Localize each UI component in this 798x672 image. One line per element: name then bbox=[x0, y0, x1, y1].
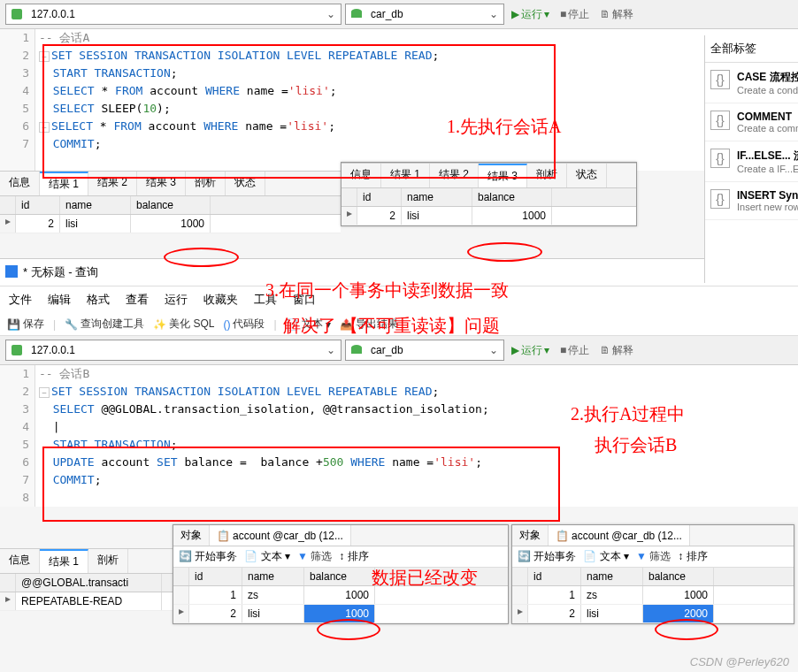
tab-result-2[interactable]: 结果 2 bbox=[430, 164, 479, 187]
tab-result-1[interactable]: 结果 1 bbox=[40, 549, 88, 573]
text-button[interactable]: 📄 文本 ▾ bbox=[286, 317, 331, 332]
explain-button[interactable]: 🗎 解释 bbox=[596, 343, 637, 358]
sort-button[interactable]: ↕ 排序 bbox=[339, 549, 368, 564]
chevron-down-icon: ⌄ bbox=[321, 8, 341, 20]
fold-icon[interactable]: − bbox=[39, 122, 50, 133]
sidebar-item[interactable]: {}IF...ELSE... 流Create a IF...EL bbox=[705, 141, 798, 182]
menu-fav[interactable]: 收藏夹 bbox=[203, 292, 238, 308]
run-button[interactable]: ▶ 运行 ▾ bbox=[508, 343, 553, 358]
session-a-editor[interactable]: 1234567 -- 会话A −SET SESSION TRANSACTION … bbox=[0, 29, 798, 171]
col-id[interactable]: id bbox=[16, 196, 60, 214]
svg-rect-2 bbox=[351, 11, 362, 18]
host-icon bbox=[8, 5, 26, 23]
db-dropdown[interactable]: car_db ⌄ bbox=[345, 4, 504, 25]
gutter: 12345678 bbox=[0, 365, 35, 507]
result-tabs-left: 信息 结果 1 结果 2 结果 3 剖析 状态 bbox=[0, 171, 341, 196]
menu-view[interactable]: 查看 bbox=[126, 292, 149, 308]
query-icon bbox=[5, 265, 18, 280]
svg-rect-4 bbox=[12, 345, 22, 355]
snippet-button[interactable]: () 代码段 bbox=[223, 317, 265, 332]
menu-edit[interactable]: 编辑 bbox=[48, 292, 71, 308]
stop-button[interactable]: ■ 停止 bbox=[556, 343, 593, 358]
tag-sidebar: 全部标签 {}CASE 流程控制Create a conditi {}COMME… bbox=[704, 35, 798, 283]
result-tabs-bottom: 信息 结果 1 剖析 bbox=[0, 548, 173, 574]
begin-txn-button[interactable]: 🔄 开始事务 bbox=[518, 549, 576, 564]
comment: -- 会话A bbox=[39, 31, 89, 44]
stop-button[interactable]: ■ 停止 bbox=[556, 7, 593, 22]
gutter: 1234567 bbox=[0, 29, 35, 171]
session-b-editor[interactable]: 12345678 -- 会话B −SET SESSION TRANSACTION… bbox=[0, 365, 798, 507]
window-title: * 无标题 - 查询 bbox=[0, 258, 798, 286]
host-text: 127.0.0.1 bbox=[27, 8, 321, 20]
tab-account[interactable]: 📋 account @car_db (12... bbox=[210, 525, 351, 546]
text-button[interactable]: 📄 文本 ▾ bbox=[244, 549, 290, 564]
tab-result-3[interactable]: 结果 3 bbox=[137, 172, 186, 195]
menu-tools[interactable]: 工具 bbox=[254, 292, 277, 308]
menu-format[interactable]: 格式 bbox=[87, 292, 110, 308]
menu-window[interactable]: 窗口 bbox=[293, 292, 316, 308]
run-button[interactable]: ▶ 运行 ▾ bbox=[508, 7, 553, 22]
menu-file[interactable]: 文件 bbox=[9, 292, 32, 308]
sidebar-item[interactable]: {}COMMENTCreate a comme bbox=[705, 103, 798, 141]
filter-button[interactable]: ▼ 筛选 bbox=[297, 549, 332, 564]
code-icon: {} bbox=[710, 70, 730, 89]
db-dropdown[interactable]: car_db ⌄ bbox=[345, 340, 504, 361]
db-text: car_db bbox=[367, 8, 484, 20]
connection-bar: 127.0.0.1 ⌄ car_db ⌄ ▶ 运行 ▾ ■ 停止 🗎 解释 bbox=[0, 0, 798, 29]
tab-info[interactable]: 信息 bbox=[0, 172, 40, 195]
export-button[interactable]: 📤 导出结果 bbox=[340, 317, 398, 332]
tab-account[interactable]: 📋 account @car_db (12... bbox=[549, 525, 690, 546]
account-pane-right: 对象 📋 account @car_db (12... 🔄 开始事务 📄 文本 … bbox=[511, 524, 794, 624]
tab-result-2[interactable]: 结果 2 bbox=[88, 172, 137, 195]
beautify-button[interactable]: ✨ 美化 SQL bbox=[153, 317, 214, 332]
tab-info[interactable]: 信息 bbox=[0, 549, 40, 573]
tab-result-3[interactable]: 结果 3 bbox=[479, 164, 527, 187]
save-button[interactable]: 💾 保存 bbox=[7, 317, 44, 332]
tab-status[interactable]: 状态 bbox=[226, 172, 265, 195]
host-icon bbox=[8, 341, 26, 359]
chevron-down-icon: ⌄ bbox=[321, 344, 341, 356]
tab-status[interactable]: 状态 bbox=[567, 164, 607, 187]
code-icon: {} bbox=[710, 189, 730, 209]
host-dropdown[interactable]: 127.0.0.1 ⌄ bbox=[5, 340, 341, 361]
row-marker: ▸ bbox=[0, 215, 16, 233]
code-icon: {} bbox=[710, 149, 730, 168]
tab-result-1[interactable]: 结果 1 bbox=[40, 172, 88, 195]
tab-result-1[interactable]: 结果 1 bbox=[381, 164, 430, 187]
code-area[interactable]: -- 会话B −SET SESSION TRANSACTION ISOLATIO… bbox=[35, 365, 798, 507]
account-pane-left: 对象 📋 account @car_db (12... 🔄 开始事务 📄 文本 … bbox=[173, 524, 509, 624]
watermark: CSDN @Perley620 bbox=[690, 655, 789, 668]
menu-run[interactable]: 运行 bbox=[165, 292, 188, 308]
host-dropdown[interactable]: 127.0.0.1 ⌄ bbox=[5, 4, 341, 25]
text-button[interactable]: 📄 文本 ▾ bbox=[583, 549, 629, 564]
fold-icon[interactable]: − bbox=[39, 51, 50, 62]
tab-profiling[interactable]: 剖析 bbox=[88, 549, 128, 573]
tab-info[interactable]: 信息 bbox=[341, 164, 381, 187]
code-area[interactable]: -- 会话A −SET SESSION TRANSACTION ISOLATIO… bbox=[35, 29, 798, 171]
chevron-down-icon: ⌄ bbox=[484, 8, 503, 20]
sidebar-head: 全部标签 bbox=[705, 35, 798, 63]
menubar: 文件 编辑 格式 查看 运行 收藏夹 工具 窗口 bbox=[0, 286, 798, 313]
tab-profiling[interactable]: 剖析 bbox=[527, 164, 567, 187]
code-icon: {} bbox=[710, 111, 730, 130]
explain-button[interactable]: 🗎 解释 bbox=[596, 7, 637, 22]
result-tabs-right: 信息 结果 1 结果 2 结果 3 剖析 状态 bbox=[341, 163, 636, 188]
tab-object[interactable]: 对象 bbox=[512, 525, 549, 546]
svg-rect-0 bbox=[12, 9, 22, 19]
builder-button[interactable]: 🔧 查询创建工具 bbox=[65, 317, 144, 332]
tab-object[interactable]: 对象 bbox=[173, 525, 210, 546]
col-balance[interactable]: balance bbox=[131, 196, 211, 214]
floating-result: 信息 结果 1 结果 2 结果 3 剖析 状态 idnamebalance ▸2… bbox=[341, 162, 637, 226]
db-icon bbox=[348, 341, 365, 359]
bottom-grid: @@GLOBAL.transacti ▸REPEATABLE-READ bbox=[0, 574, 173, 611]
balance-left: 1000 bbox=[304, 605, 375, 622]
fold-icon[interactable]: − bbox=[39, 387, 50, 398]
begin-txn-button[interactable]: 🔄 开始事务 bbox=[179, 549, 237, 564]
sort-button[interactable]: ↕ 排序 bbox=[678, 549, 707, 564]
tab-profiling[interactable]: 剖析 bbox=[186, 172, 226, 195]
result-grid-left: idnamebalance ▸2lisi1000 bbox=[0, 196, 341, 233]
sidebar-item[interactable]: {}INSERT SynInsert new rows bbox=[705, 182, 798, 220]
sidebar-item[interactable]: {}CASE 流程控制Create a conditi bbox=[705, 63, 798, 103]
filter-button[interactable]: ▼ 筛选 bbox=[636, 549, 671, 564]
col-name[interactable]: name bbox=[60, 196, 131, 214]
